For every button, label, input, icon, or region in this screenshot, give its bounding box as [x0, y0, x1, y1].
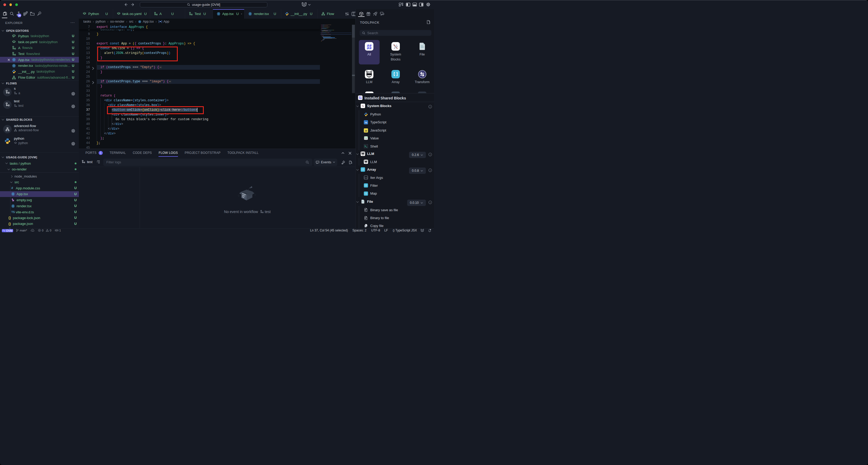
svg-text:JS: JS: [365, 129, 367, 132]
svg-text:[x]: [x]: [364, 177, 368, 179]
svg-text:TS: TS: [365, 121, 367, 124]
